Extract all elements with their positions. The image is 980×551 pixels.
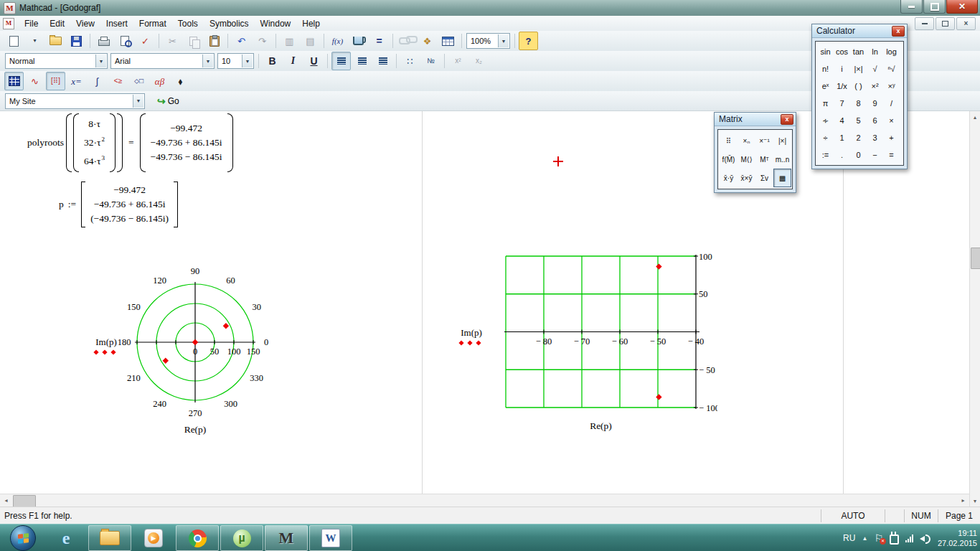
calc-tan[interactable]: tan <box>850 43 867 60</box>
font-size-combo[interactable]: 10 ▼ <box>217 53 254 69</box>
calc-digit-2[interactable]: 2 <box>850 129 867 146</box>
menu-edit[interactable]: Edit <box>44 17 70 31</box>
align-right-button[interactable] <box>373 52 392 70</box>
calculator-palette-titlebar[interactable]: Calculator x <box>812 24 907 38</box>
calc-e-power-x[interactable]: eˣ <box>817 77 834 95</box>
menu-format[interactable]: Format <box>133 17 172 31</box>
calc-plus[interactable]: + <box>883 129 900 146</box>
calc-x-squared[interactable]: ×² <box>867 77 883 95</box>
menu-view[interactable]: View <box>70 17 100 31</box>
horizontal-scrollbar[interactable]: ◂ ▸ <box>0 494 969 507</box>
resources-dropdown-arrow[interactable]: ▼ <box>133 95 143 108</box>
mdi-close-button[interactable]: × <box>956 17 976 30</box>
calculator-palette-close-button[interactable]: x <box>892 26 905 37</box>
matrix-subscript[interactable]: ×ₙ <box>738 131 755 150</box>
calc-ln[interactable]: ln <box>867 43 883 60</box>
matrix-palette-close-button[interactable]: x <box>781 114 793 125</box>
bold-button[interactable]: B <box>263 52 282 70</box>
clock[interactable]: 19:11 27.02.2015 <box>938 528 977 548</box>
new-button[interactable] <box>4 32 24 50</box>
boolean-toolbar-button[interactable]: <≥ <box>108 72 128 90</box>
paste-button[interactable] <box>204 32 224 50</box>
network-signal-icon[interactable] <box>905 534 913 542</box>
save-button[interactable] <box>67 32 86 50</box>
calc-digit-1[interactable]: 1 <box>834 129 850 146</box>
xy-plot[interactable]: − 80− 70− 60− 50− 4010050− 50− 100Im(p)R… <box>452 248 717 442</box>
spell-check-button[interactable]: ✓ <box>136 32 155 50</box>
zoom-combo[interactable]: 100% ▼ <box>466 33 510 49</box>
scroll-right-button[interactable]: ▸ <box>957 494 969 507</box>
insert-table-button[interactable] <box>438 32 458 50</box>
vertical-scroll-thumb[interactable] <box>971 248 980 269</box>
calc-cos[interactable]: cos <box>834 43 850 60</box>
matrix-palette-titlebar[interactable]: Matrix x <box>715 113 796 126</box>
calc-equals[interactable]: = <box>883 146 900 164</box>
polyroots-region[interactable]: polyroots 8·τ32·τ264·τ3 = −99.472−49.736… <box>27 113 234 172</box>
greek-toolbar-button[interactable]: αβ <box>150 72 169 90</box>
help-button[interactable]: ? <box>519 32 538 50</box>
taskbar-internet-explorer[interactable]: e <box>45 526 87 550</box>
zoom-dropdown-arrow[interactable]: ▼ <box>498 34 509 47</box>
italic-button[interactable]: I <box>283 52 303 70</box>
font-dropdown-arrow[interactable]: ▼ <box>202 55 213 67</box>
calc-square-root[interactable]: √ <box>867 60 883 77</box>
calc-digit-6[interactable]: 6 <box>867 112 883 129</box>
go-button[interactable]: ↪ Go <box>152 93 184 109</box>
font-size-dropdown-arrow[interactable]: ▼ <box>242 55 253 67</box>
evaluate-button[interactable]: = <box>369 32 389 50</box>
taskbar-mathcad[interactable]: M <box>265 525 308 551</box>
restore-button[interactable] <box>923 0 946 14</box>
undo-button[interactable]: ↶ <box>232 32 251 50</box>
taskbar-word[interactable]: W <box>309 525 352 551</box>
menu-symbolics[interactable]: Symbolics <box>204 17 255 31</box>
mdi-minimize-button[interactable] <box>915 17 934 30</box>
scroll-down-button[interactable]: ▾ <box>970 495 980 507</box>
calc-division-slash[interactable]: / <box>883 95 900 112</box>
calc-digit-0[interactable]: 0 <box>850 146 867 164</box>
menu-help[interactable]: Help <box>296 17 326 31</box>
insert-unit-button[interactable] <box>349 32 368 50</box>
print-button[interactable] <box>94 32 113 50</box>
programming-toolbar-button[interactable]: ⬦□ <box>129 72 149 90</box>
insert-component-button[interactable]: ❖ <box>418 32 437 50</box>
open-button[interactable] <box>46 32 65 50</box>
vertical-scrollbar[interactable]: ▴ ▾ <box>969 111 980 507</box>
calc-pi[interactable]: π <box>817 95 834 112</box>
power-icon[interactable] <box>890 534 899 545</box>
menu-insert[interactable]: Insert <box>100 17 133 31</box>
minimize-button[interactable] <box>900 0 923 14</box>
calc-digit-3[interactable]: 3 <box>867 129 883 146</box>
p-definition-region[interactable]: p := −99.472−49.736 + 86.145i(−49.736 − … <box>59 182 179 227</box>
graph-toolbar-button[interactable]: ∿ <box>25 72 44 90</box>
bullet-list-button[interactable]: ∷ <box>400 52 420 70</box>
new-dropdown[interactable]: ▾ <box>25 32 44 50</box>
menu-tools[interactable]: Tools <box>172 17 204 31</box>
calc-divide[interactable]: ÷ <box>817 129 834 146</box>
menu-window[interactable]: Window <box>255 17 297 31</box>
calc-x-power-y[interactable]: ×ʸ <box>883 77 900 95</box>
symbolic-toolbar-button[interactable]: ⬧ <box>171 72 190 90</box>
horizontal-scroll-thumb[interactable] <box>13 495 36 507</box>
calc-log[interactable]: log <box>883 43 900 60</box>
calc-digit-4[interactable]: 4 <box>834 112 850 129</box>
taskbar-media-player[interactable]: ▶ <box>133 526 174 550</box>
matrix-cross-product[interactable]: x̄×ȳ <box>738 169 755 187</box>
calc-sin[interactable]: sin <box>817 43 834 60</box>
matrix-dot-product[interactable]: x̄·ȳ <box>720 169 738 187</box>
volume-icon[interactable] <box>920 534 931 543</box>
start-button[interactable] <box>2 526 44 550</box>
calc-decimal-point[interactable]: . <box>834 146 850 164</box>
font-combo[interactable]: Arial ▼ <box>110 53 215 69</box>
language-indicator[interactable]: RU <box>843 533 855 543</box>
align-center-button[interactable] <box>352 52 372 70</box>
resources-combo[interactable]: My Site ▼ <box>5 93 145 109</box>
calc-digit-7[interactable]: 7 <box>834 95 850 112</box>
menu-file[interactable]: File <box>19 17 44 31</box>
calculus-toolbar-button[interactable]: ∫ <box>88 72 107 90</box>
polar-plot[interactable]: 0306090120150180210240270300330050100150… <box>85 257 300 440</box>
taskbar-utorrent[interactable]: µ <box>220 525 263 551</box>
taskbar-chrome[interactable] <box>176 525 219 551</box>
calc-mixed-number[interactable]: ∻ <box>817 112 834 129</box>
calc-nth-root[interactable]: ⁿ√ <box>883 60 900 77</box>
calc-factorial[interactable]: n! <box>817 60 834 77</box>
